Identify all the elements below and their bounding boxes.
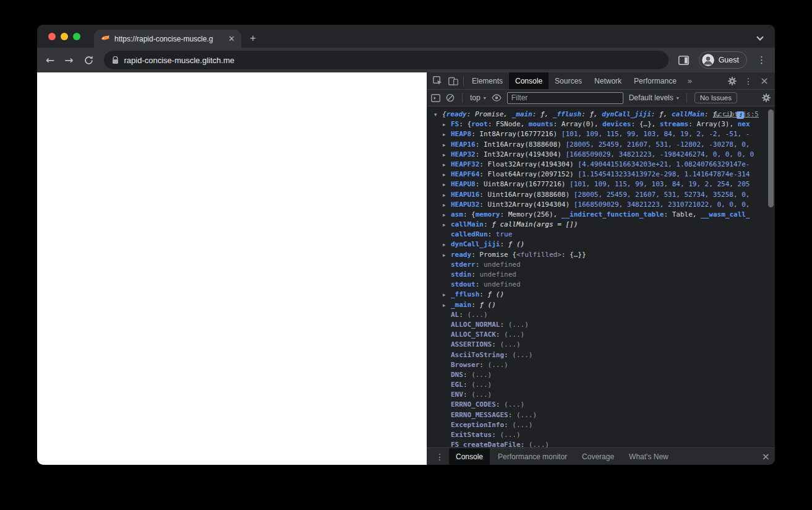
console-row: EGL: (...) (427, 380, 767, 390)
drawer-menu-icon[interactable]: ⋮ (432, 448, 448, 465)
back-button[interactable]: ← (46, 54, 54, 66)
profile-button[interactable]: Guest (699, 51, 747, 69)
console-text: : (504, 421, 512, 429)
console-text: , (594, 110, 602, 118)
console-sidebar-icon[interactable] (431, 94, 440, 102)
disclosure-triangle-icon[interactable]: ▸ (443, 119, 451, 129)
console-row: ERRNO_CODES: (...) (427, 400, 767, 410)
console-text: : Uint16Array(8388608) (479, 191, 573, 199)
console-text: [28005, 25459, 21607, 531, -12802, -3027… (565, 140, 750, 149)
disclosure-triangle-icon[interactable]: ▸ (443, 190, 451, 200)
clear-console-icon[interactable] (446, 93, 455, 102)
console-text: : (484, 220, 492, 228)
divider (463, 76, 464, 86)
console-text[interactable]: (...) (504, 331, 524, 339)
avatar (702, 54, 714, 66)
chevron-down-icon: ▾ (484, 95, 486, 101)
console-text[interactable]: (...) (512, 351, 532, 359)
disclosure-triangle-icon[interactable]: ▸ (443, 179, 451, 189)
console-text: memory (476, 210, 500, 218)
devtools-settings-gear-icon[interactable] (724, 77, 740, 85)
context-selector[interactable]: top ▾ (470, 93, 486, 102)
side-panel-icon[interactable] (678, 56, 689, 65)
console-text[interactable]: (...) (512, 421, 532, 429)
close-window-button[interactable] (48, 33, 56, 40)
console-text[interactable]: (...) (468, 311, 488, 319)
console-row: ▸_fflush: ƒ () (427, 290, 767, 300)
console-text: true (496, 230, 513, 238)
reload-button[interactable] (83, 55, 94, 66)
console-text[interactable]: (...) (471, 381, 492, 389)
console-text[interactable]: (...) (500, 340, 520, 348)
console-text: : (463, 381, 471, 389)
more-tabs-icon[interactable]: » (683, 76, 697, 85)
source-location-link[interactable]: script.js:5 (714, 110, 759, 119)
minimize-window-button[interactable] (61, 33, 68, 40)
disclosure-triangle-icon[interactable]: ▸ (443, 129, 451, 139)
console-text: : Uint8Array(16777216) (476, 180, 570, 188)
tab-search-chevron-icon[interactable] (756, 33, 763, 40)
disclosure-triangle-icon[interactable]: ▸ (443, 200, 451, 210)
drawer-tab-coverage[interactable]: Coverage (575, 448, 621, 465)
disclosure-triangle-icon[interactable]: ▸ (443, 300, 451, 310)
disclosure-triangle-icon[interactable]: ▸ (443, 160, 451, 170)
address-bar[interactable]: rapid-concise-muscle.glitch.me (104, 51, 669, 69)
tab-sources[interactable]: Sources (549, 72, 588, 89)
console-text: ERRNO_MESSAGES (451, 411, 508, 419)
console-text[interactable]: (...) (471, 391, 492, 399)
console-text: ƒ (659, 110, 664, 118)
inspect-element-icon[interactable] (429, 72, 445, 89)
console-text: ALLOC_STACK (451, 331, 496, 339)
forward-button[interactable]: → (64, 54, 73, 66)
drawer-tab-whats-new[interactable]: What's New (622, 448, 675, 465)
new-tab-button[interactable]: + (250, 32, 256, 45)
tab-performance[interactable]: Performance (628, 72, 683, 89)
disclosure-triangle-icon[interactable]: ▾ (434, 110, 442, 119)
console-text[interactable]: (...) (516, 411, 537, 419)
browser-menu-icon[interactable]: ⋮ (757, 54, 766, 66)
console-row: ERRNO_MESSAGES: (...) (427, 410, 767, 420)
disclosure-triangle-icon[interactable]: ▸ (443, 250, 451, 260)
console-text: : (479, 361, 487, 369)
lock-icon (112, 56, 119, 64)
device-toolbar-icon[interactable] (445, 72, 461, 89)
filter-input[interactable] (507, 92, 623, 104)
maximize-window-button[interactable] (73, 33, 80, 40)
disclosure-triangle-icon[interactable]: ▸ (443, 170, 451, 179)
devtools-close-icon[interactable]: × (756, 75, 772, 87)
log-levels-selector[interactable]: Default levels ▾ (629, 93, 679, 102)
disclosure-triangle-icon[interactable]: ▸ (443, 210, 451, 220)
console-text: : (459, 311, 467, 319)
drawer-tab-performance-monitor[interactable]: Performance monitor (491, 448, 574, 465)
console-text: : (476, 261, 484, 269)
console-text[interactable]: (...) (500, 431, 520, 439)
issues-button[interactable]: No Issues (694, 92, 737, 103)
devtools-menu-icon[interactable]: ⋮ (740, 76, 756, 86)
tab-close-icon[interactable]: ✕ (228, 35, 235, 43)
console-text[interactable]: (...) (508, 321, 529, 329)
disclosure-triangle-icon[interactable]: ▸ (443, 140, 451, 150)
console-text: asm (451, 210, 463, 218)
console-text: : Array(0), (553, 120, 602, 128)
console-text: ENV (451, 391, 463, 399)
console-text[interactable]: (...) (471, 371, 492, 379)
disclosure-triangle-icon[interactable]: ▸ (443, 240, 451, 249)
tab-network[interactable]: Network (588, 72, 628, 89)
console-text[interactable]: (...) (504, 400, 524, 408)
console-text: HEAP16 (451, 140, 476, 149)
tab-console[interactable]: Console (509, 72, 549, 89)
console-text[interactable]: (...) (488, 361, 508, 369)
browser-tab[interactable]: https://rapid-concise-muscle.g ✕ (94, 30, 241, 48)
drawer-tab-console[interactable]: Console (449, 448, 490, 465)
tab-elements[interactable]: Elements (466, 72, 509, 89)
disclosure-triangle-icon[interactable]: ▸ (443, 220, 451, 230)
console-text: [1.1545413233413972e-298, 1.141647874e-3… (578, 170, 750, 178)
scrollbar-thumb[interactable] (768, 110, 774, 207)
console-text: : (471, 301, 479, 309)
console-text[interactable]: (...) (529, 441, 549, 447)
disclosure-triangle-icon[interactable]: ▸ (443, 290, 451, 300)
disclosure-triangle-icon[interactable]: ▸ (443, 150, 451, 160)
drawer-close-icon[interactable]: × (762, 451, 770, 462)
console-settings-gear-icon[interactable] (762, 93, 771, 102)
live-expression-eye-icon[interactable] (492, 94, 502, 102)
